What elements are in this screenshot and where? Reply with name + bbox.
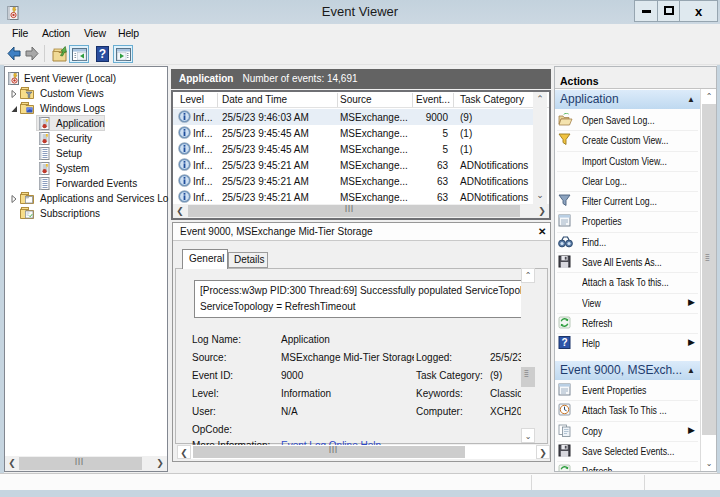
svg-text:?: ? xyxy=(561,337,567,348)
